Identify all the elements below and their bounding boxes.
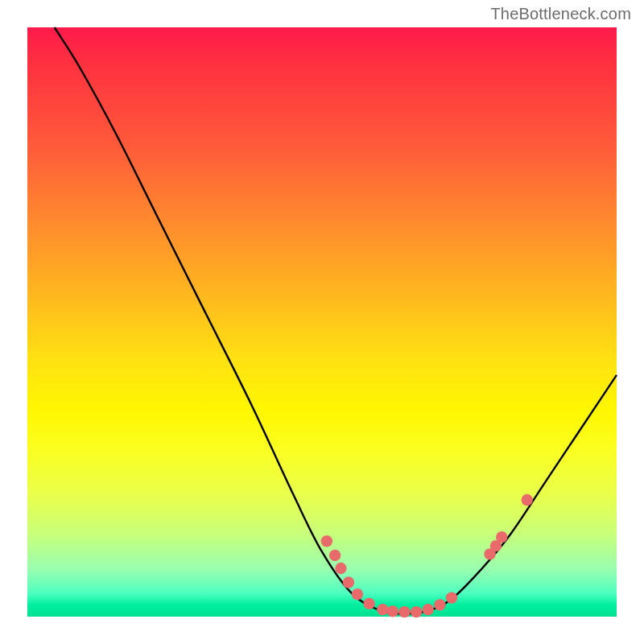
- bottleneck-chart: [27, 27, 617, 617]
- highlight-dot: [446, 592, 457, 603]
- highlight-dot: [352, 588, 363, 600]
- highlight-dot: [423, 604, 434, 615]
- highlight-dot: [411, 606, 422, 617]
- highlight-dot: [335, 563, 346, 574]
- highlight-dot: [387, 605, 398, 617]
- highlight-dot: [398, 606, 410, 617]
- curve-line: [55, 27, 617, 613]
- highlight-dots-group: [321, 494, 533, 617]
- watermark-text: TheBottleneck.com: [490, 5, 631, 23]
- highlight-dot: [329, 550, 341, 561]
- highlight-dot: [363, 598, 374, 609]
- highlight-dot: [321, 535, 332, 547]
- highlight-dot: [343, 576, 354, 588]
- highlight-dot: [522, 494, 533, 506]
- highlight-dot: [377, 604, 388, 615]
- highlight-dot: [434, 599, 445, 610]
- highlight-dot: [496, 531, 507, 543]
